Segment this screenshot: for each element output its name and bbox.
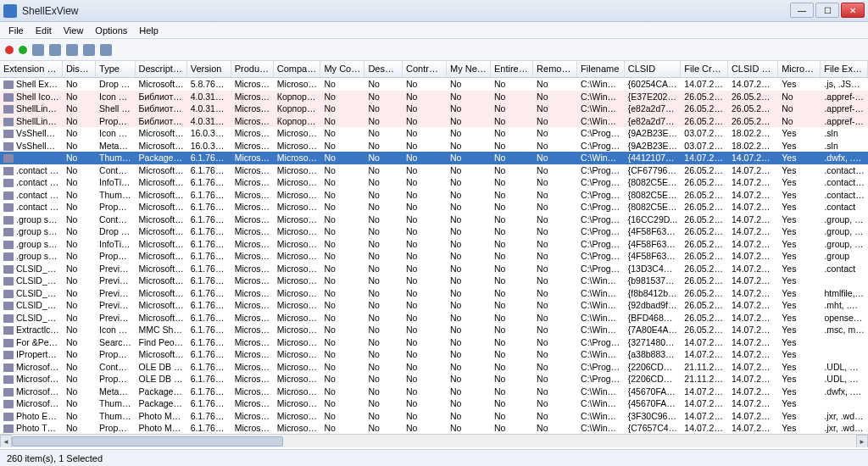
- list-view[interactable]: Extension N...DisabledTypeDescriptionVer…: [0, 61, 868, 447]
- cell: {3F30C968-...: [625, 410, 682, 423]
- column-header[interactable]: My Networ...: [447, 61, 491, 77]
- cell: Microsoft C...: [274, 250, 321, 263]
- cell: C:\Windows...: [577, 103, 625, 115]
- menu-view[interactable]: View: [58, 24, 89, 37]
- maximize-button[interactable]: ☐: [815, 3, 839, 18]
- column-header[interactable]: Filename: [577, 61, 625, 77]
- enable-dot-icon[interactable]: [19, 46, 27, 54]
- cell: 03.07.2021 ...: [681, 140, 728, 153]
- table-row[interactable]: CLSID_Pre...NoPreview Ha...Microsoft In.…: [0, 299, 868, 312]
- titlebar: ShellExView — ☐ ✕: [0, 0, 868, 22]
- cell: Библиотек...: [136, 91, 187, 103]
- table-row[interactable]: .contact s...NoProperty Ha...Microsoft (…: [0, 201, 868, 214]
- table-row[interactable]: CLSID_Pre...NoPreview Ha...Microsoft In.…: [0, 275, 868, 287]
- table-row[interactable]: .group sh...NoContext Me...Microsoft (..…: [0, 214, 868, 226]
- column-header[interactable]: Desktop: [364, 61, 403, 77]
- column-header[interactable]: Control Pan...: [403, 61, 447, 77]
- column-header[interactable]: Product...: [231, 61, 274, 77]
- table-row[interactable]: ShellLink ...NoShell Link (...Библиотек.…: [0, 103, 868, 115]
- table-row[interactable]: Shell Icon...NoIcon HandlerБиблиотек...4…: [0, 91, 868, 103]
- cell: Microsoft®...: [231, 152, 274, 164]
- table-row[interactable]: .group sh...NoProperty Ha...Microsoft (.…: [0, 250, 868, 263]
- table-row[interactable]: CLSID_Pre...NoPreview Ha...Microsoft In.…: [0, 287, 868, 300]
- column-header[interactable]: Microsoft: [778, 61, 821, 77]
- table-row[interactable]: NoThumbnailPackage Do...6.1.7600.16...Mi…: [0, 152, 868, 164]
- column-header[interactable]: Description: [136, 61, 187, 77]
- disable-dot-icon[interactable]: [5, 46, 14, 54]
- cell: No: [491, 361, 533, 374]
- table-row[interactable]: Photo Thu...NoProperty Ha...Photo Meta..…: [0, 422, 868, 435]
- cell: {9A2B23E4-...: [625, 127, 682, 140]
- cell: Yes: [778, 189, 821, 202]
- table-row[interactable]: For &Peo...NoSearch Han...Find People6.1…: [0, 336, 868, 349]
- table-row[interactable]: .contact s...NoInfoTip Han...Microsoft (…: [0, 176, 868, 189]
- cell: No: [320, 348, 364, 361]
- cell: No: [491, 397, 533, 410]
- cell: Microsoft®...: [231, 287, 274, 300]
- column-header[interactable]: CLSID Modi...: [728, 61, 778, 77]
- column-header[interactable]: Disabled: [63, 61, 96, 77]
- menu-options[interactable]: Options: [90, 24, 132, 37]
- cell: No: [364, 324, 403, 336]
- cell: Context Me...: [96, 164, 135, 177]
- scroll-left-icon[interactable]: ◄: [0, 435, 12, 447]
- table-row[interactable]: .group sh...NoInfoTip Han...Microsoft (.…: [0, 238, 868, 251]
- column-header[interactable]: Extension N...: [0, 61, 63, 77]
- table-row[interactable]: Extractlco...NoIcon HandlerMMC Shell ...…: [0, 324, 868, 336]
- table-row[interactable]: Microsoft ...NoContext Me...OLE DB Cor..…: [0, 361, 868, 374]
- table-row[interactable]: .contact s...NoThumbnailMicrosoft (...6.…: [0, 189, 868, 202]
- cell: {60254CA5-...: [625, 78, 682, 91]
- cell: Yes: [778, 140, 821, 153]
- cell: Yes: [778, 397, 821, 410]
- copy-icon[interactable]: [49, 44, 61, 56]
- column-header[interactable]: Company: [274, 61, 321, 77]
- column-header[interactable]: CLSID: [625, 61, 682, 77]
- menu-file[interactable]: File: [3, 24, 29, 37]
- cell: No: [63, 78, 96, 91]
- scroll-right-icon[interactable]: ►: [856, 435, 868, 447]
- table-row[interactable]: CLSID_Co...NoPreview Ha...Microsoft (...…: [0, 263, 868, 275]
- cell: No: [491, 312, 533, 325]
- table-row[interactable]: IProperty ...NoProperty Ha...Microsoft I…: [0, 348, 868, 361]
- table-row[interactable]: Photo Ext...NoThumbnailPhoto Meta...6.1.…: [0, 410, 868, 423]
- cell: No: [491, 176, 533, 189]
- save-icon[interactable]: [32, 44, 44, 56]
- column-header[interactable]: File Created...: [681, 61, 728, 77]
- cell: 26.05.2021 ...: [681, 225, 728, 238]
- cell: Microsoft In...: [136, 299, 187, 312]
- table-row[interactable]: VsShellExt...NoMetaDataMicrosoft V...16.…: [0, 140, 868, 153]
- table-row[interactable]: ShellLink ...NoProperty Ha...Библиотек..…: [0, 115, 868, 128]
- column-headers[interactable]: Extension N...DisabledTypeDescriptionVer…: [0, 61, 868, 78]
- close-button[interactable]: ✕: [841, 3, 865, 18]
- cell: No: [320, 189, 364, 202]
- table-row[interactable]: .contact s...NoContext Me...Microsoft (.…: [0, 164, 868, 177]
- table-row[interactable]: VsShellExt...NoIcon HandlerMicrosoft V..…: [0, 127, 868, 140]
- menu-help[interactable]: Help: [134, 24, 164, 37]
- minimize-button[interactable]: —: [790, 3, 814, 18]
- cell: C:\Windows...: [577, 348, 625, 361]
- table-row[interactable]: Microsoft ...NoMetaDataPackage Do...6.1.…: [0, 386, 868, 398]
- table-row[interactable]: Microsoft ...NoThumbnailPackage Do...6.1…: [0, 397, 868, 410]
- scroll-thumb[interactable]: [12, 436, 283, 447]
- cell: No: [447, 287, 491, 300]
- table-row[interactable]: Microsoft ...NoProperty Sh...OLE DB Cor.…: [0, 373, 868, 386]
- table-row[interactable]: .group sh...NoDrop Handl...Microsoft (..…: [0, 225, 868, 238]
- column-header[interactable]: Remote Co...: [533, 61, 577, 77]
- refresh-icon[interactable]: [83, 44, 95, 56]
- cell: No: [491, 348, 533, 361]
- column-header[interactable]: File Extensi...: [821, 61, 868, 77]
- find-icon[interactable]: [100, 44, 112, 56]
- table-row[interactable]: CLSID_Pre...NoPreview Ha...Microsoft In.…: [0, 312, 868, 325]
- cell: {44121072-...: [625, 152, 682, 164]
- menu-edit[interactable]: Edit: [31, 24, 57, 37]
- cell: {13D3C4B8...: [625, 263, 682, 275]
- column-header[interactable]: Entire Netw...: [491, 61, 533, 77]
- column-header[interactable]: Type: [96, 61, 135, 77]
- column-header[interactable]: My Comput...: [320, 61, 364, 77]
- cell: Microsoft In...: [136, 348, 187, 361]
- horizontal-scrollbar[interactable]: ◄ ►: [0, 434, 868, 447]
- table-row[interactable]: Shell Exte...NoDrop Handl...Microsoft ..…: [0, 78, 868, 91]
- column-header[interactable]: Version: [187, 61, 231, 77]
- cell: Microsoft (...: [136, 263, 187, 275]
- properties-icon[interactable]: [66, 44, 78, 56]
